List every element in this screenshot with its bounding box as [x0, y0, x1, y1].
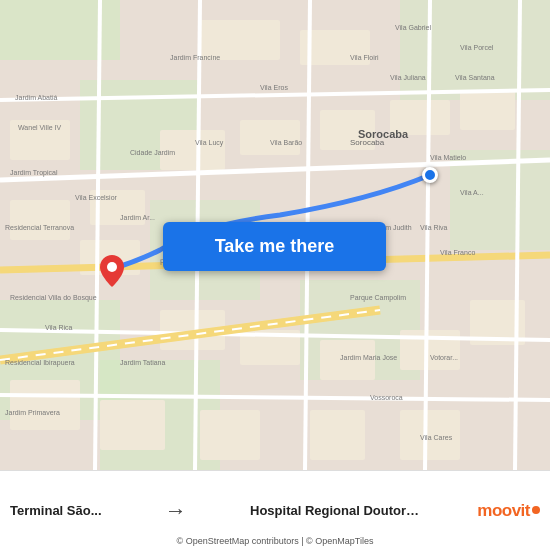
svg-marker-1 [0, 0, 120, 60]
destination-label: Hospital Regional Doutor Adib Do... [250, 503, 420, 518]
svg-text:Vossoroca: Vossoroca [370, 394, 403, 401]
origin-marker [422, 167, 438, 183]
svg-text:Residencial Villa do Bosque: Residencial Villa do Bosque [10, 294, 97, 302]
svg-text:Vila Porcel: Vila Porcel [460, 44, 494, 51]
svg-text:Vila Barão: Vila Barão [270, 139, 302, 146]
svg-rect-17 [460, 90, 515, 130]
svg-text:Vila Cares: Vila Cares [420, 434, 453, 441]
svg-rect-27 [200, 410, 260, 460]
moovit-logo-text: moovit [477, 501, 530, 521]
map-container: Rodovia Raposo Tavares (Marginal) Soroca… [0, 0, 550, 470]
svg-text:Residencial Ibirapuera: Residencial Ibirapuera [5, 359, 75, 367]
svg-text:Vila Franco: Vila Franco [440, 249, 475, 256]
take-me-there-button[interactable]: Take me there [163, 222, 386, 271]
svg-text:Vila Eros: Vila Eros [260, 84, 288, 91]
svg-text:Wanel Ville IV: Wanel Ville IV [18, 124, 62, 131]
svg-text:Sorocaba: Sorocaba [358, 128, 409, 140]
svg-text:Vila Matielo: Vila Matielo [430, 154, 466, 161]
svg-text:Vila Gabriel: Vila Gabriel [395, 24, 432, 31]
map-attribution: © OpenStreetMap contributors | © OpenMap… [177, 536, 374, 546]
svg-text:Parque Campolim: Parque Campolim [350, 294, 406, 302]
svg-text:Jardim Ar...: Jardim Ar... [120, 214, 155, 221]
destination-marker [100, 255, 124, 291]
bottom-bar: Terminal São... → Hospital Regional Dout… [0, 470, 550, 550]
origin-label: Terminal São... [10, 503, 102, 518]
svg-rect-14 [240, 120, 300, 155]
svg-rect-28 [310, 410, 365, 460]
svg-text:Residencial Terranova: Residencial Terranova [5, 224, 74, 231]
svg-text:Vila Floiri: Vila Floiri [350, 54, 379, 61]
svg-text:Vila Excelsior: Vila Excelsior [75, 194, 118, 201]
svg-text:Jardim Maria Jose: Jardim Maria Jose [340, 354, 397, 361]
svg-text:Cidade Jardim: Cidade Jardim [130, 149, 175, 156]
origin-endpoint: Terminal São... [10, 503, 102, 518]
destination-endpoint: Hospital Regional Doutor Adib Do... [250, 503, 420, 518]
moovit-logo-dot [532, 506, 540, 514]
svg-text:Jardim Francine: Jardim Francine [170, 54, 220, 61]
svg-rect-18 [10, 200, 70, 240]
svg-text:Jardim Tropical: Jardim Tropical [10, 169, 58, 177]
svg-text:Votorar...: Votorar... [430, 354, 458, 361]
svg-text:Jardim Tatiana: Jardim Tatiana [120, 359, 166, 366]
svg-text:Jardim Abatiá: Jardim Abatiá [15, 94, 58, 101]
svg-rect-25 [10, 380, 80, 430]
svg-rect-26 [100, 400, 165, 450]
svg-text:Vila Riva: Vila Riva [420, 224, 448, 231]
svg-text:Vila Santana: Vila Santana [455, 74, 495, 81]
svg-text:Vila Juliana: Vila Juliana [390, 74, 426, 81]
svg-text:Vila Rica: Vila Rica [45, 324, 73, 331]
svg-text:Vila A...: Vila A... [460, 189, 484, 196]
svg-text:Vila Lucy: Vila Lucy [195, 139, 224, 147]
svg-point-77 [107, 262, 117, 272]
svg-text:Jardim Primavera: Jardim Primavera [5, 409, 60, 416]
route-arrow-icon: → [159, 498, 193, 524]
moovit-logo: moovit [477, 501, 540, 521]
